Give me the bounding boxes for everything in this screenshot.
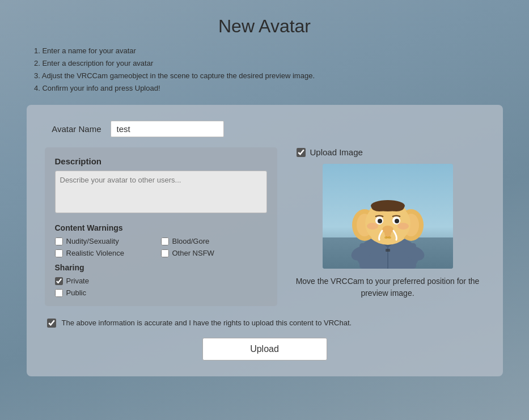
avatar-name-row: Avatar Name xyxy=(45,121,485,137)
warning-violence-label: Realistic Violence xyxy=(66,249,124,257)
svg-point-26 xyxy=(367,223,378,230)
svg-point-25 xyxy=(388,236,391,239)
svg-point-18 xyxy=(388,202,404,211)
svg-point-27 xyxy=(397,223,409,230)
sharing-label: Sharing xyxy=(55,263,267,272)
main-card: Avatar Name Description Content Warnings… xyxy=(27,105,503,376)
warning-nsfw-checkbox[interactable] xyxy=(161,249,169,257)
upload-button[interactable]: Upload xyxy=(202,338,327,360)
upload-image-label: Upload Image xyxy=(310,147,363,157)
sharing-options: Private Public xyxy=(55,277,267,297)
page-title: New Avatar xyxy=(218,16,311,37)
terms-row: The above information is accurate and I … xyxy=(45,317,485,329)
instruction-3: 3. Adjust the VRCCam gameobject in the s… xyxy=(34,70,315,82)
warning-nsfw[interactable]: Other NSFW xyxy=(161,249,267,257)
warning-violence-checkbox[interactable] xyxy=(55,249,63,257)
svg-rect-6 xyxy=(386,249,390,252)
svg-point-22 xyxy=(395,219,399,223)
avatar-name-label: Avatar Name xyxy=(45,124,101,134)
warning-blood-label: Blood/Gore xyxy=(172,237,210,245)
preview-text: Move the VRCCam to your preferred positi… xyxy=(291,275,485,299)
warning-nudity-checkbox[interactable] xyxy=(55,237,63,245)
terms-checkbox[interactable] xyxy=(47,319,56,328)
upload-image-checkbox[interactable] xyxy=(297,148,306,157)
left-panel: Description Content Warnings Nudity/Sexu… xyxy=(45,147,277,306)
content-warnings-grid: Nudity/Sexuality Blood/Gore Realistic Vi… xyxy=(55,237,267,257)
warning-nsfw-label: Other NSFW xyxy=(172,249,214,257)
avatar-preview xyxy=(323,164,453,269)
warning-violence[interactable]: Realistic Violence xyxy=(55,249,161,257)
sharing-public-checkbox[interactable] xyxy=(55,289,63,297)
sharing-private[interactable]: Private xyxy=(55,277,267,285)
sharing-public[interactable]: Public xyxy=(55,289,267,297)
upload-btn-row: Upload xyxy=(45,338,485,360)
svg-point-17 xyxy=(371,202,387,211)
avatar-name-input[interactable] xyxy=(111,121,224,137)
sharing-private-checkbox[interactable] xyxy=(55,277,63,285)
warning-nudity-label: Nudity/Sexuality xyxy=(66,237,119,245)
terms-text: The above information is accurate and I … xyxy=(62,317,352,329)
content-row: Description Content Warnings Nudity/Sexu… xyxy=(45,147,485,306)
avatar-preview-svg xyxy=(323,164,453,269)
sharing-private-label: Private xyxy=(66,277,89,285)
upload-image-row: Upload Image xyxy=(297,147,363,157)
instruction-1: 1. Enter a name for your avatar xyxy=(34,45,315,57)
description-label: Description xyxy=(55,156,267,166)
instruction-2: 2. Enter a description for your avatar xyxy=(34,57,315,70)
warning-blood[interactable]: Blood/Gore xyxy=(161,237,267,245)
warning-blood-checkbox[interactable] xyxy=(161,237,169,245)
instruction-4: 4. Confirm your info and press Upload! xyxy=(34,82,315,95)
description-textarea[interactable] xyxy=(55,171,267,213)
svg-point-21 xyxy=(378,219,382,223)
right-panel: Upload Image xyxy=(291,147,485,306)
warning-nudity[interactable]: Nudity/Sexuality xyxy=(55,237,161,245)
svg-point-24 xyxy=(384,236,388,239)
sharing-public-label: Public xyxy=(66,289,86,297)
instructions: 1. Enter a name for your avatar 2. Enter… xyxy=(34,45,315,95)
content-warnings-label: Content Warnings xyxy=(55,223,267,232)
